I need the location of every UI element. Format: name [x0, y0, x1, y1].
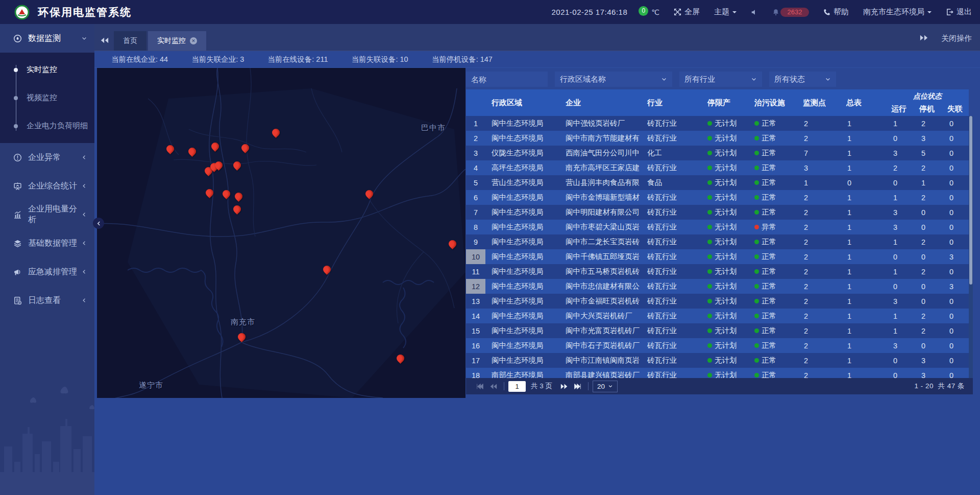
- sidebar-item-base-data-management[interactable]: 基础数据管理: [0, 229, 94, 257]
- cell-lost-count: 0: [942, 220, 969, 234]
- cell-total-meter: 1: [840, 220, 886, 234]
- row-index: 18: [466, 368, 485, 378]
- table-row[interactable]: 6阆中生态环境局阆中市金博瑞新型墙材砖瓦行业无计划正常21120: [466, 190, 969, 205]
- previous-page-button[interactable]: [486, 381, 500, 392]
- cell-facility-status: 正常: [748, 160, 797, 175]
- status-dot-green: [707, 121, 712, 126]
- close-operations-button[interactable]: 关闭操作: [941, 34, 972, 43]
- fullscreen-button[interactable]: 全屏: [674, 7, 700, 17]
- table-row[interactable]: 16阆中生态环境局阆中市石子页岩机砖厂砖瓦行业无计划正常21300: [466, 338, 969, 353]
- table-row[interactable]: 12阆中生态环境局阆中市忠信建材有限公砖瓦行业无计划正常21003: [466, 279, 969, 294]
- cell-facility-status: 正常: [748, 309, 797, 323]
- cell-running-count: 0: [886, 131, 914, 146]
- sidebar-item-power-usage-analysis[interactable]: 企业用电量分析: [0, 200, 94, 229]
- first-page-button[interactable]: [473, 381, 486, 392]
- table-scrollbar[interactable]: [969, 116, 973, 378]
- sidebar-item-video-monitoring[interactable]: 视频监控: [0, 84, 94, 112]
- cell-facility-status: 正常: [748, 249, 797, 264]
- table-row[interactable]: 15阆中生态环境局阆中市光富页岩机砖厂砖瓦行业无计划正常21120: [466, 323, 969, 338]
- org-user-menu[interactable]: 南充市生态环境局: [863, 7, 932, 17]
- chevron-down-icon: [608, 384, 613, 389]
- table-row[interactable]: 13阆中生态环境局阆中市金福旺页岩机砖砖瓦行业无计划正常21300: [466, 294, 969, 309]
- cell-stopped-count: 0: [914, 220, 942, 234]
- cell-company: 阆中市忠信建材有限公: [559, 279, 641, 294]
- cell-monitor-count: 2: [797, 116, 840, 131]
- cell-limit-status: 无计划: [701, 146, 748, 160]
- tab-realtime-monitoring[interactable]: 实时监控 ✕: [148, 31, 206, 51]
- cell-monitor-count: 2: [797, 220, 840, 234]
- page-number-input[interactable]: [508, 381, 526, 392]
- tab-label: 实时监控: [157, 36, 186, 45]
- chevron-down-icon: [825, 76, 831, 82]
- table-row[interactable]: 4高坪生态环境局南充市高坪区王家店建砖瓦行业无计划正常31220: [466, 160, 969, 175]
- table-row[interactable]: 9阆中生态环境局阆中市二龙长宝页岩砖砖瓦行业无计划正常21120: [466, 234, 969, 249]
- industry-select[interactable]: 所有行业: [679, 72, 762, 87]
- tab-home[interactable]: 首页: [114, 31, 146, 51]
- table-row[interactable]: 2阆中生态环境局阆中市南方节能建材有砖瓦行业无计划正常21030: [466, 131, 969, 146]
- cell-running-count: 1: [886, 234, 914, 249]
- cell-limit-status: 无计划: [701, 323, 748, 338]
- table-row[interactable]: 17阆中生态环境局阆中市江南镇阆南页岩砖瓦行业无计划正常21030: [466, 353, 969, 368]
- sidebar-item-data-monitoring[interactable]: 数据监测: [0, 24, 94, 53]
- speaker-icon: [751, 9, 758, 16]
- column-header-limit: 停限产: [701, 89, 748, 116]
- cell-industry: 砖瓦行业: [641, 131, 701, 146]
- sidebar-item-label: 企业异常: [28, 152, 81, 163]
- table-row[interactable]: 11阆中生态环境局阆中市五马桥页岩机砖砖瓦行业无计划正常21120: [466, 264, 969, 279]
- datetime-text: 2021-02-25 17:46:18: [551, 8, 627, 16]
- cell-stopped-count: 2: [914, 323, 942, 338]
- table-row[interactable]: 10阆中生态环境局阆中千佛镇五郎垭页岩砖瓦行业无计划正常21003: [466, 249, 969, 264]
- tab-label: 首页: [123, 36, 137, 45]
- page-size-select[interactable]: 20: [593, 381, 618, 392]
- alert-circle-icon: [13, 153, 22, 162]
- table-row[interactable]: 8阆中生态环境局阆中市枣碧大梁山页岩砖瓦行业无计划异常21300: [466, 220, 969, 234]
- cell-total-meter: 1: [840, 116, 886, 131]
- table-row[interactable]: 18南部生态环境局南部县建兴镇页岩砖厂砖瓦行业无计划正常21030: [466, 368, 969, 378]
- cell-company: 阆中市金博瑞新型墙材: [559, 190, 641, 205]
- sidebar-item-label: 基础数据管理: [28, 238, 81, 249]
- sidebar-item-enterprise-abnormal[interactable]: 企业异常: [0, 143, 94, 172]
- scrollbar-thumb[interactable]: [969, 116, 972, 285]
- tab-close-icon[interactable]: ✕: [190, 37, 197, 44]
- status-dot-green: [754, 151, 759, 155]
- chevron-left-icon: [81, 269, 87, 275]
- table-row[interactable]: 1阆中生态环境局阆中强锐页岩砖厂砖瓦行业无计划正常21120: [466, 116, 969, 131]
- sidebar-item-power-load-detail[interactable]: 企业电力负荷明细: [0, 112, 94, 140]
- help-button[interactable]: 帮助: [823, 7, 849, 17]
- sound-toggle[interactable]: [751, 9, 758, 16]
- theme-menu[interactable]: 主题: [714, 7, 737, 17]
- sidebar-item-enterprise-statistics[interactable]: 企业综合统计: [0, 172, 94, 200]
- scroll-tabs-left-button[interactable]: [101, 37, 109, 46]
- scroll-tabs-right-button[interactable]: [920, 34, 928, 43]
- logout-button[interactable]: 退出: [946, 7, 972, 17]
- cell-facility-status: 正常: [748, 131, 797, 146]
- table-row[interactable]: 5营山生态环境局营山县润丰肉食品有限食品无计划正常10010: [466, 175, 969, 190]
- region-select[interactable]: 行政区域名称: [555, 72, 672, 87]
- table-row[interactable]: 3仪陇生态环境局西南油气田分公司川中化工无计划正常71350: [466, 146, 969, 160]
- sidebar-item-realtime-monitoring[interactable]: 实时监控: [0, 56, 94, 84]
- table-row[interactable]: 14阆中生态环境局阆中大兴页岩机砖厂砖瓦行业无计划正常21120: [466, 309, 969, 323]
- cell-lost-count: 0: [942, 323, 969, 338]
- chevron-left-icon: [81, 240, 87, 246]
- last-page-button[interactable]: [571, 381, 584, 392]
- chevron-left-icon: [81, 154, 87, 160]
- map-panel[interactable]: 巴中市南充市遂宁市: [97, 68, 465, 398]
- cell-facility-status: 正常: [748, 368, 797, 378]
- column-header-monitor: 监测点: [797, 89, 840, 116]
- sidebar-item-emergency-reduction[interactable]: 应急减排管理: [0, 257, 94, 286]
- sidebar-item-log-view[interactable]: 日志查看: [0, 286, 94, 315]
- cell-limit-status: 无计划: [701, 220, 748, 234]
- next-page-button[interactable]: [557, 381, 571, 392]
- row-index: 2: [466, 131, 485, 146]
- status-dot-green: [754, 240, 759, 244]
- cell-industry: 砖瓦行业: [641, 309, 701, 323]
- cell-running-count: 0: [886, 175, 914, 190]
- table-row[interactable]: 7阆中生态环境局阆中明阳建材有限公司砖瓦行业无计划正常21300: [466, 205, 969, 220]
- notifications[interactable]: 2632: [772, 8, 809, 17]
- cell-total-meter: 1: [840, 323, 886, 338]
- cell-region: 仪陇生态环境局: [485, 146, 559, 160]
- status-select[interactable]: 所有状态: [769, 72, 836, 87]
- collapse-map-button[interactable]: [93, 218, 104, 229]
- name-search-input[interactable]: [466, 72, 548, 87]
- cell-facility-status: 正常: [748, 264, 797, 279]
